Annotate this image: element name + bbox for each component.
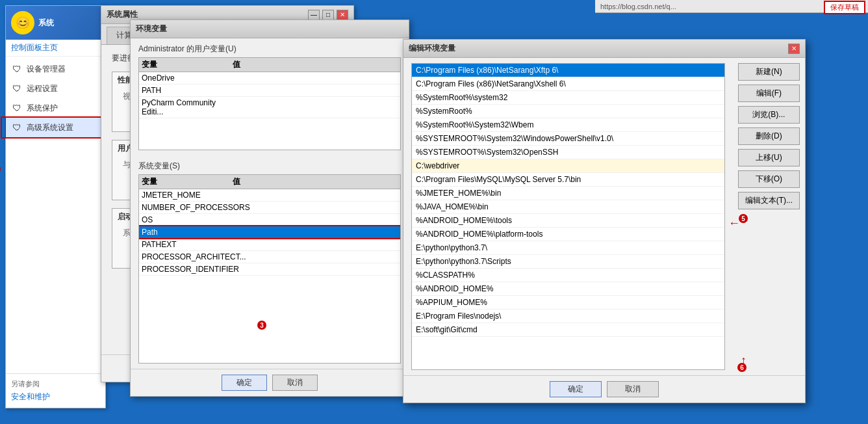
edit-env-item-0[interactable]: C:\Program Files (x86)\NetSarang\Xftp 6\ bbox=[412, 64, 724, 77]
num-annotation-5: 5 bbox=[739, 214, 748, 223]
sidebar-item-label: 系统保护 bbox=[27, 103, 58, 114]
env-vars-footer: 确定 取消 bbox=[131, 369, 409, 396]
edit-env-item-13[interactable]: E:\python\python3.7\ bbox=[412, 241, 724, 255]
edit-env-ok-button[interactable]: 确定 bbox=[550, 381, 602, 397]
edit-env-item-9[interactable]: %JMETER_HOME%\bin bbox=[412, 187, 724, 200]
sys-var-val-1 bbox=[233, 203, 398, 212]
sys-var-val-5 bbox=[233, 252, 398, 261]
sys-var-name-path: Path bbox=[142, 228, 233, 237]
sys-var-name-1: NUMBER_OF_PROCESSORS bbox=[142, 203, 233, 212]
user-var-val-0 bbox=[233, 73, 398, 83]
shield-icon-4: 🛡 bbox=[11, 122, 23, 133]
edit-env-footer: 确定 6 ↑ 取消 bbox=[403, 375, 805, 403]
close-button[interactable]: ✕ bbox=[337, 10, 348, 20]
desktop: https://blog.csdn.net/q... 保存草稿 😊 系统 控制面… bbox=[0, 0, 868, 424]
control-panel-window: 😊 系统 控制面板主页 🛡 设备管理器 🛡 远程设置 🛡 系统保护 🛡 高级系统… bbox=[5, 5, 106, 408]
edit-env-window: 编辑环境变量 ✕ C:\Program Files (x86)\NetSaran… bbox=[403, 39, 806, 403]
shield-icon-1: 🛡 bbox=[11, 63, 23, 75]
edit-env-item-11[interactable]: %ANDROID_HOME%\tools bbox=[412, 214, 724, 228]
avatar: 😊 bbox=[11, 11, 34, 34]
user-var-val-2 bbox=[233, 98, 398, 116]
sys-var-row-5[interactable]: PROCESSOR_ARCHITECT... bbox=[139, 251, 400, 263]
save-draft-button[interactable]: 保存草稿 bbox=[824, 1, 865, 14]
edit-env-item-3[interactable]: %SystemRoot% bbox=[412, 105, 724, 118]
sys-props-title: 系统属性 bbox=[107, 9, 138, 20]
edit-env-item-16[interactable]: %ANDROID_HOME% bbox=[412, 282, 724, 296]
browse-button[interactable]: 浏览(B)... bbox=[738, 106, 800, 124]
sidebar-item-label: 设备管理器 bbox=[27, 64, 66, 75]
user-var-name-1: PATH bbox=[142, 86, 233, 95]
security-link[interactable]: 安全和维护 bbox=[11, 391, 100, 403]
user-table-header: 变量 值 bbox=[139, 58, 400, 72]
sidebar-item-system-protection[interactable]: 🛡 系统保护 bbox=[6, 98, 105, 118]
edit-env-win-controls: ✕ bbox=[788, 44, 800, 54]
user-var-row-2[interactable]: PyCharm Community Editi... bbox=[139, 97, 400, 118]
env-cancel-button[interactable]: 取消 bbox=[272, 375, 318, 391]
env-vars-titlebar: 环境变量 bbox=[131, 20, 409, 38]
sys-vars-section: 系统变量(S) 变量 值 JMETER_HOME NUMBER_OF_PROCE… bbox=[131, 155, 409, 369]
also-see-label: 另请参阅 bbox=[11, 379, 100, 389]
edit-env-cancel-button[interactable]: 取消 bbox=[607, 381, 659, 397]
cp-nav: 🛡 设备管理器 🛡 远程设置 🛡 系统保护 🛡 高级系统设置 bbox=[6, 57, 105, 373]
url-text: https://blog.csdn.net/q... bbox=[600, 3, 676, 10]
edit-env-item-2[interactable]: %SystemRoot%\system32 bbox=[412, 91, 724, 105]
edit-env-item-18[interactable]: E:\Program Files\nodejs\ bbox=[412, 310, 724, 323]
cp-footer: 另请参阅 安全和维护 bbox=[6, 373, 105, 408]
move-down-button[interactable]: 下移(O) bbox=[738, 170, 800, 188]
sys-var-row-2[interactable]: OS bbox=[139, 214, 400, 226]
edit-env-item-10[interactable]: %JAVA_HOME%\bin bbox=[412, 200, 724, 214]
sys-col-val-header: 值 bbox=[233, 176, 398, 187]
sys-var-val-path bbox=[233, 228, 398, 237]
edit-env-item-19[interactable]: E:\soft\git\Git\cmd bbox=[412, 323, 724, 337]
user-var-val-1 bbox=[233, 86, 398, 95]
sys-table-header: 变量 值 bbox=[139, 175, 400, 189]
new-path-button[interactable]: 新建(N) bbox=[738, 63, 800, 81]
sys-var-row-1[interactable]: NUMBER_OF_PROCESSORS bbox=[139, 202, 400, 214]
edit-env-item-1[interactable]: C:\Program Files (x86)\NetSarang\Xshell … bbox=[412, 77, 724, 91]
edit-env-item-6[interactable]: %SYSTEMROOT%\System32\OpenSSH bbox=[412, 146, 724, 159]
edit-env-item-14[interactable]: E:\python\python3.7\Scripts bbox=[412, 255, 724, 269]
edit-env-list: C:\Program Files (x86)\NetSarang\Xftp 6\… bbox=[411, 63, 725, 370]
maximize-button[interactable]: □ bbox=[322, 10, 334, 20]
sidebar-item-label: 远程设置 bbox=[27, 83, 58, 94]
edit-text-button[interactable]: 编辑文本(T)... bbox=[738, 192, 800, 209]
move-up-button[interactable]: 上移(U) bbox=[738, 149, 800, 166]
edit-env-item-webdriver[interactable]: C:\webdriver bbox=[412, 159, 724, 173]
sidebar-item-label: 高级系统设置 bbox=[27, 122, 73, 133]
user-var-name-2: PyCharm Community Editi... bbox=[142, 98, 233, 116]
sidebar-item-advanced-settings[interactable]: 🛡 高级系统设置 bbox=[6, 118, 105, 137]
edit-env-item-8[interactable]: C:\Program Files\MySQL\MySQL Server 5.7\… bbox=[412, 173, 724, 187]
sys-var-name-6: PROCESSOR_IDENTIFIER bbox=[142, 265, 233, 274]
delete-button[interactable]: 删除(D) bbox=[738, 127, 800, 145]
sys-col-var-header: 变量 bbox=[142, 176, 233, 187]
sidebar-item-remote-settings[interactable]: 🛡 远程设置 bbox=[6, 79, 105, 98]
edit-env-item-15[interactable]: %CLASSPATH% bbox=[412, 269, 724, 282]
sys-var-row-4[interactable]: PATHEXT bbox=[139, 239, 400, 251]
sidebar-item-device-manager[interactable]: 🛡 设备管理器 bbox=[6, 59, 105, 79]
edit-env-item-17[interactable]: %APPIUM_HOME% bbox=[412, 296, 724, 310]
env-vars-title: 环境变量 bbox=[136, 23, 167, 34]
edit-env-item-4[interactable]: %SystemRoot%\System32\Wbem bbox=[412, 118, 724, 132]
col-var-header: 变量 bbox=[142, 59, 233, 70]
user-vars-section: Administrator 的用户变量(U) 变量 值 OneDrive PAT… bbox=[131, 38, 409, 155]
sys-var-name-4: PATHEXT bbox=[142, 240, 233, 249]
edit-env-item-12[interactable]: %ANDROID_HOME%\platform-tools bbox=[412, 228, 724, 241]
sys-section-title: 系统变量(S) bbox=[138, 161, 401, 172]
user-vars-table: 变量 值 OneDrive PATH PyCharm Community Edi… bbox=[138, 57, 401, 150]
edit-env-close-button[interactable]: ✕ bbox=[788, 44, 800, 54]
sys-var-val-0 bbox=[233, 191, 398, 200]
minimize-button[interactable]: — bbox=[308, 10, 320, 20]
back-home-link[interactable]: 控制面板主页 bbox=[6, 40, 105, 57]
sys-vars-table: 变量 值 JMETER_HOME NUMBER_OF_PROCESSORS OS… bbox=[138, 174, 401, 364]
edit-env-item-5[interactable]: %SYSTEMROOT%\System32\WindowsPowerShell\… bbox=[412, 132, 724, 146]
sys-var-val-4 bbox=[233, 240, 398, 249]
sys-var-val-6 bbox=[233, 265, 398, 274]
env-ok-button[interactable]: 确定 bbox=[222, 375, 267, 391]
user-var-row-0[interactable]: OneDrive bbox=[139, 72, 400, 85]
edit-path-button[interactable]: 编辑(F) bbox=[738, 85, 800, 102]
col-val-header: 值 bbox=[233, 59, 398, 70]
user-var-row-1[interactable]: PATH bbox=[139, 85, 400, 97]
sys-var-row-0[interactable]: JMETER_HOME bbox=[139, 189, 400, 202]
sys-var-row-path[interactable]: Path bbox=[139, 226, 400, 239]
sys-var-row-6[interactable]: PROCESSOR_IDENTIFIER bbox=[139, 263, 400, 276]
